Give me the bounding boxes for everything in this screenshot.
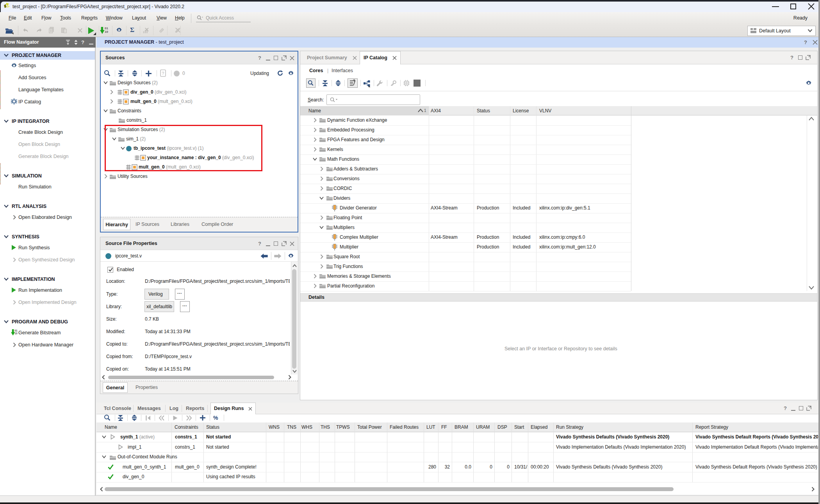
svg-text:?: ? <box>162 71 164 76</box>
svg-text:10: 10 <box>14 332 18 335</box>
svg-text:01: 01 <box>14 329 18 332</box>
